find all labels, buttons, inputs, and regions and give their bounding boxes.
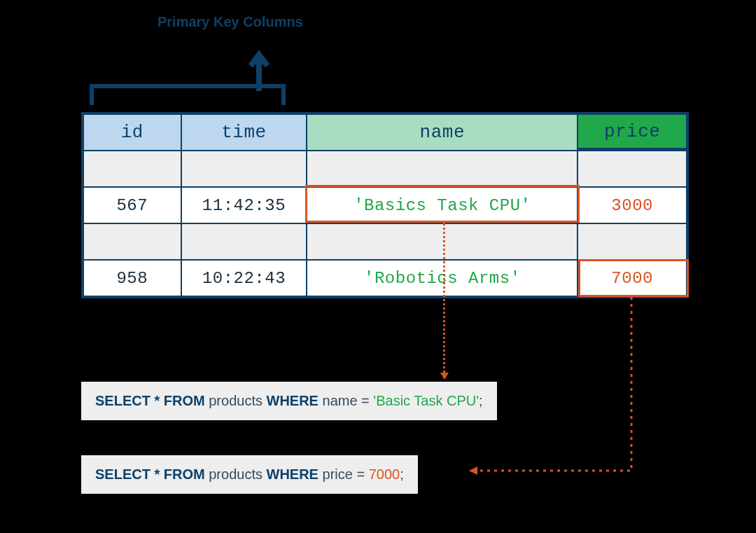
cell-time: 10:22:43: [181, 260, 307, 296]
sql-keyword: WHERE: [267, 393, 318, 408]
sql-literal: 'Basic Task CPU': [373, 393, 479, 408]
cell-price: 3000: [578, 187, 687, 223]
cell-empty: [578, 151, 687, 187]
cell-empty: [181, 151, 307, 187]
table-row: 567 11:42:35 'Basics Task CPU' 3000: [83, 187, 687, 223]
sql-literal: 7000: [369, 466, 400, 482]
pk-bracket: [90, 84, 286, 105]
cell-empty: [83, 151, 181, 187]
table-header-row: id time name price: [83, 114, 687, 151]
arrow-dotted-icon: [469, 297, 665, 476]
sql-keyword: WHERE: [267, 466, 318, 482]
sql-text: ;: [479, 393, 483, 408]
svg-marker-0: [249, 50, 269, 64]
sql-query-2: SELECT * FROM products WHERE price = 700…: [81, 455, 418, 494]
sql-keyword: SELECT * FROM: [95, 466, 205, 482]
diagram-wrap: Primary Key Columns id time name price 5…: [56, 14, 686, 36]
products-table: id time name price 567 11:42:35 'Basics …: [81, 112, 689, 298]
col-header-id: id: [83, 114, 181, 151]
cell-empty: [181, 223, 307, 260]
arrow-dotted-icon: [443, 223, 445, 378]
col-header-time: time: [181, 114, 307, 151]
sql-text: price =: [318, 466, 369, 482]
table-row: [83, 151, 687, 187]
table-row: 958 10:22:43 'Robotics Arms' 7000: [83, 260, 687, 296]
sql-text: ;: [400, 466, 404, 482]
cell-time: 11:42:35: [181, 187, 307, 223]
cell-name: 'Basics Task CPU': [307, 187, 578, 223]
cell-empty: [307, 223, 578, 260]
sql-keyword: SELECT * FROM: [95, 393, 205, 408]
table-row: [83, 223, 687, 260]
sql-text: products: [205, 393, 267, 408]
svg-marker-1: [469, 466, 477, 475]
cell-name: 'Robotics Arms': [307, 260, 578, 296]
col-header-name: name: [307, 114, 578, 151]
sql-query-1: SELECT * FROM products WHERE name = 'Bas…: [81, 382, 497, 420]
cell-empty: [83, 223, 181, 260]
sql-text: name =: [318, 393, 373, 408]
cell-empty: [578, 223, 687, 260]
col-header-price: price: [578, 114, 687, 151]
cell-empty: [307, 151, 578, 187]
pk-title: Primary Key Columns: [158, 14, 686, 30]
sql-text: products: [205, 466, 267, 482]
cell-id: 958: [83, 260, 181, 296]
cell-price: 7000: [578, 260, 687, 296]
cell-id: 567: [83, 187, 181, 223]
